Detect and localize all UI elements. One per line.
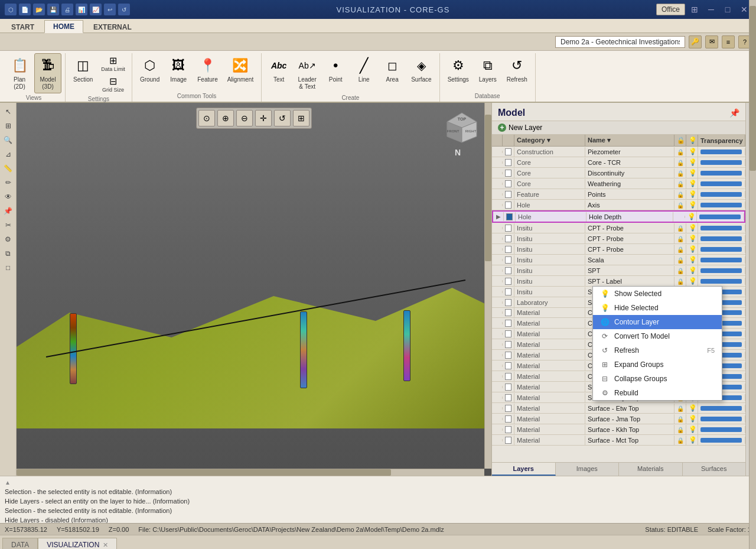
table-row[interactable]: Material Surface - Etw Top 🔒 💡 (492, 403, 745, 414)
tab-visualization[interactable]: VISUALIZATION ✕ (38, 538, 117, 549)
undo-btn[interactable]: ↩ (104, 4, 116, 15)
row-transparency-8[interactable] (698, 225, 745, 232)
row-transparency-1[interactable] (698, 148, 745, 155)
text-button[interactable]: Abc Text (265, 53, 292, 86)
layer-tool-btn[interactable]: ⧉ (2, 247, 15, 260)
surface-button[interactable]: ◈ Surface (407, 53, 435, 86)
viewport-hscrollbar[interactable] (17, 469, 484, 476)
table-row[interactable]: ▶ Hole Hole Depth 💡 (492, 210, 745, 223)
zoom-in-btn[interactable]: ⊖ (236, 110, 253, 126)
refresh-button[interactable]: ↺ Refresh (503, 53, 532, 86)
delete-tool-btn[interactable]: ✂ (2, 219, 15, 232)
properties-tool-btn[interactable]: ⚙ (2, 233, 15, 246)
fullscreen-btn[interactable]: ⊞ (293, 110, 309, 126)
tab-home[interactable]: HOME (44, 20, 83, 33)
pan-tool-btn[interactable]: ⊞ (2, 119, 15, 132)
annotation-tool-btn[interactable]: 📌 (2, 204, 15, 217)
row-visible-12[interactable]: 💡 (686, 265, 698, 275)
refresh-quick-btn[interactable]: ↺ (118, 4, 130, 15)
row-check-18[interactable] (503, 329, 514, 339)
table-row[interactable]: Insitu CPT - Probe 🔒 💡 (492, 223, 745, 233)
row-transparency-10[interactable] (698, 246, 745, 253)
row-transparency-4[interactable] (698, 180, 745, 187)
log-scroll-up[interactable]: ▲ (5, 479, 11, 486)
table-row[interactable]: Material Surface - Jma Top 🔒 💡 (492, 414, 745, 424)
row-check-20[interactable] (503, 350, 514, 360)
table-row[interactable]: Hole Axis 🔒 💡 (492, 200, 745, 210)
row-transparency-13[interactable] (698, 278, 745, 285)
row-visible-6[interactable]: 💡 (686, 200, 698, 210)
row-check-17[interactable] (503, 319, 514, 328)
row-check-25[interactable] (503, 404, 514, 413)
layers-tab-images[interactable]: Images (556, 463, 620, 476)
row-transparency-25[interactable] (698, 405, 745, 412)
open-btn[interactable]: 📂 (33, 4, 45, 15)
measure-tool-btn[interactable]: ⊿ (2, 148, 15, 161)
table-row[interactable]: Feature Points 🔒 💡 (492, 189, 745, 200)
row-transparency-6[interactable] (698, 202, 745, 209)
row-visible-3[interactable]: 💡 (686, 168, 698, 178)
col-name[interactable]: Name ▾ (585, 135, 674, 146)
save-btn[interactable]: 💾 (47, 4, 59, 15)
row-transparency-27[interactable] (698, 426, 745, 433)
row-transparency-26[interactable] (698, 415, 745, 423)
tab-visualization-close[interactable]: ✕ (103, 541, 108, 549)
row-check-4[interactable] (503, 179, 514, 189)
row-transparency-11[interactable] (698, 256, 745, 264)
export-btn[interactable]: 📊 (76, 4, 87, 15)
square-tool-btn[interactable]: □ (2, 261, 15, 274)
alignment-button[interactable]: 🔀 Alignment (223, 53, 258, 86)
row-check-2[interactable] (503, 158, 514, 167)
area-button[interactable]: ◻ Area (379, 53, 406, 86)
viewport-vscrollbar[interactable] (484, 103, 491, 469)
new-btn[interactable]: 📄 (19, 4, 31, 15)
row-check-7[interactable] (504, 212, 516, 222)
row-visible-4[interactable]: 💡 (686, 178, 698, 189)
row-visible-5[interactable]: 💡 (686, 189, 698, 199)
new-layer-button[interactable]: + New Layer (492, 121, 745, 135)
row-visible-28[interactable]: 💡 (686, 435, 698, 445)
row-transparency-2[interactable] (698, 159, 745, 166)
row-check-14[interactable] (503, 287, 514, 297)
table-row[interactable]: Insitu SPT - Label 🔒 💡 (492, 276, 745, 287)
image-button[interactable]: 🖼 Image (165, 53, 192, 86)
zoom-tool-btn[interactable]: 🔍 (2, 134, 15, 147)
row-check-10[interactable] (503, 245, 514, 254)
settings-db-button[interactable]: ⚙ Settings (444, 53, 473, 86)
hscroll-thumb[interactable] (17, 469, 391, 476)
row-check-6[interactable] (503, 200, 514, 210)
line-button[interactable]: ╱ Line (350, 53, 377, 86)
grid-size-button[interactable]: ⊟ Grid Size (98, 74, 128, 95)
row-visible-10[interactable]: 💡 (686, 244, 698, 254)
row-check-8[interactable] (503, 223, 514, 233)
select-tool-btn[interactable]: ↖ (2, 105, 15, 118)
chart-btn[interactable]: 📈 (90, 4, 102, 15)
row-transparency-5[interactable] (698, 191, 745, 198)
plan-2d-button[interactable]: 📋 Plan(2D) (6, 53, 33, 93)
reset-btn[interactable]: ↺ (274, 110, 291, 126)
row-check-9[interactable] (503, 234, 514, 243)
row-transparency-28[interactable] (698, 437, 745, 444)
table-row[interactable]: Insitu Scala 🔒 💡 (492, 255, 745, 265)
section-button[interactable]: ◫ Section (69, 53, 97, 86)
row-visible-2[interactable]: 💡 (686, 157, 698, 167)
tab-external[interactable]: EXTERNAL (84, 21, 141, 33)
context-menu-rebuild[interactable]: ⚙ Rebuild (593, 386, 722, 400)
vscroll-thumb[interactable] (485, 115, 491, 261)
row-check-23[interactable] (503, 382, 514, 392)
row-check-12[interactable] (503, 266, 514, 275)
row-transparency-3[interactable] (698, 170, 745, 177)
table-row[interactable]: Insitu SPT 🔒 💡 (492, 265, 745, 276)
ruler-tool-btn[interactable]: 📏 (2, 162, 15, 175)
mail-icon[interactable]: ✉ (705, 35, 718, 48)
row-check-5[interactable] (503, 190, 514, 199)
context-menu-contour-layer[interactable]: 🌐 Contour Layer (593, 315, 722, 329)
pan-btn[interactable]: ✛ (255, 110, 272, 126)
row-visible-13[interactable]: 💡 (686, 276, 698, 286)
row-check-3[interactable] (503, 168, 514, 178)
row-visible-27[interactable]: 💡 (686, 424, 698, 434)
edit-tool-btn[interactable]: ✏ (2, 176, 15, 189)
row-check-28[interactable] (503, 436, 514, 445)
arrange-btn[interactable]: ⊞ (687, 5, 702, 14)
row-check-16[interactable] (503, 308, 514, 317)
